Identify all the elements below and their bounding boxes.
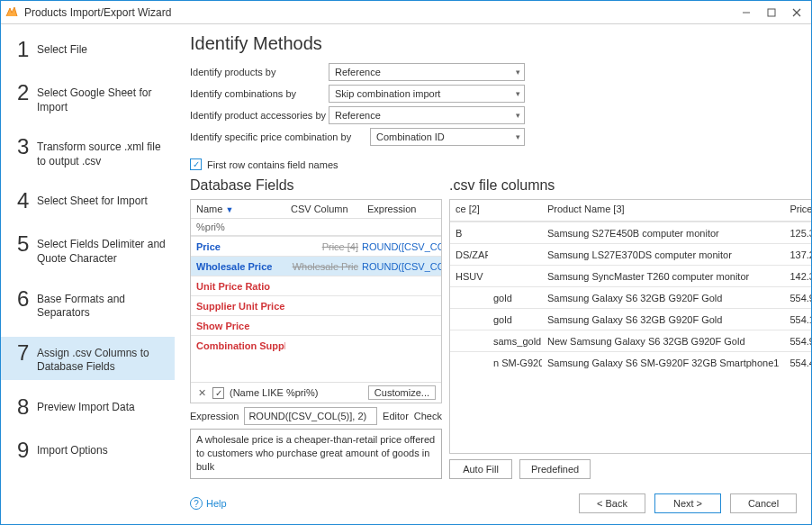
csv-cell: DS/ZAR bbox=[450, 246, 488, 264]
identify-price-combo-value: Combination ID bbox=[376, 131, 445, 142]
checkbox-checked-icon: ✓ bbox=[190, 158, 202, 170]
csv-col-price[interactable]: Price [4] bbox=[784, 200, 812, 221]
db-field-expr: ROUND([CSV_COL(4)]) bbox=[362, 241, 441, 252]
wizard-step-1[interactable]: 1Select File bbox=[1, 33, 175, 66]
predefined-button[interactable]: Predefined bbox=[519, 459, 591, 479]
csv-cell-product-name: Samsung Galaxy S6 SM-G920F 32GB Smartpho… bbox=[542, 354, 784, 372]
step-label: Select Google Sheet for Import bbox=[37, 82, 166, 114]
db-field-row[interactable]: PricePrice [4]ROUND([CSV_COL(4)]) bbox=[191, 236, 441, 256]
db-field-csvcol: Price [4] bbox=[285, 241, 362, 252]
step-label: Select Fields Delimiter and Quote Charac… bbox=[37, 233, 166, 266]
maximize-button[interactable] bbox=[761, 5, 782, 21]
wizard-steps-sidebar: 1Select File2Select Google Sheet for Imp… bbox=[1, 24, 176, 486]
titlebar: Products Import/Export Wizard bbox=[1, 1, 811, 24]
csv-data-row[interactable]: goldSamsung Galaxy S6 32GB G920F Gold554… bbox=[450, 286, 812, 308]
csv-cell bbox=[450, 359, 488, 367]
identify-price-combo-combo[interactable]: Combination ID ▾ bbox=[370, 128, 525, 146]
wizard-step-3[interactable]: 3Transform source .xml file to output .c… bbox=[1, 131, 175, 174]
back-button[interactable]: < Back bbox=[579, 493, 645, 513]
chevron-down-icon: ▾ bbox=[516, 68, 520, 77]
csv-col-1[interactable] bbox=[488, 200, 542, 221]
close-button[interactable] bbox=[786, 5, 807, 21]
expression-editor-link[interactable]: Editor bbox=[383, 411, 409, 421]
db-grid-filter-input[interactable]: %pri% bbox=[191, 219, 441, 236]
csv-data-row[interactable]: sams_goldNew Samsung Galaxy S6 32GB G920… bbox=[450, 330, 812, 351]
expression-row: Expression ROUND([CSV_COL(5)], 2) Editor… bbox=[190, 407, 442, 425]
wizard-step-4[interactable]: 4Select Sheet for Import bbox=[1, 185, 175, 217]
step-number: 6 bbox=[17, 288, 37, 310]
identify-combinations-label: Identify combinations by bbox=[190, 88, 329, 99]
csv-cell: B bbox=[450, 224, 488, 242]
csv-cell bbox=[450, 338, 488, 345]
db-field-row[interactable]: Show Price bbox=[191, 315, 441, 335]
clear-filter-icon[interactable]: ✕ bbox=[196, 387, 207, 399]
wizard-step-2[interactable]: 2Select Google Sheet for Import bbox=[1, 77, 175, 120]
auto-fill-button[interactable]: Auto Fill bbox=[449, 459, 512, 479]
main-panel: Identify Methods Identify products by Re… bbox=[176, 24, 811, 486]
csv-cell-product-name: Samsung LS27E370DS computer monitor bbox=[542, 246, 784, 264]
database-fields-pane: Database Fields Name ▼ CSV Column Expres… bbox=[190, 177, 442, 479]
csv-data-row[interactable]: goldSamsung Galaxy S6 32GB G920F Gold554… bbox=[450, 308, 812, 330]
db-field-row[interactable]: Supplier Unit Price (Tax bbox=[191, 295, 441, 315]
identify-accessories-value: Reference bbox=[335, 110, 381, 121]
chevron-down-icon: ▾ bbox=[516, 132, 520, 141]
first-row-checkbox-label: First row contains field names bbox=[207, 159, 338, 170]
db-field-name: Price bbox=[191, 241, 285, 252]
step-number: 4 bbox=[17, 190, 37, 212]
wizard-step-6[interactable]: 6Base Formats and Separators bbox=[1, 283, 175, 326]
db-field-name: Combination Supplier bbox=[191, 340, 285, 351]
csv-data-row[interactable]: HSUVSamsung SyncMaster T260 computer mon… bbox=[450, 265, 812, 286]
db-field-csvcol: Wholesale Pric bbox=[285, 261, 362, 272]
db-grid-filterbar: ✕ ✓ (Name LIKE %pri%) Customize... bbox=[191, 382, 441, 403]
customize-filter-button[interactable]: Customize... bbox=[368, 385, 436, 400]
db-col-expr[interactable]: Expression bbox=[362, 200, 441, 218]
field-description-box: A wholesale price is a cheaper-than-reta… bbox=[190, 429, 442, 479]
csv-cell bbox=[488, 273, 542, 280]
expression-input[interactable]: ROUND([CSV_COL(5)], 2) bbox=[244, 407, 377, 425]
first-row-checkbox-row[interactable]: ✓ First row contains field names bbox=[190, 158, 797, 170]
csv-col-0[interactable]: ce [2] bbox=[450, 200, 488, 221]
csv-cell-price: 554.99 bbox=[784, 289, 812, 307]
cancel-button[interactable]: Cancel bbox=[730, 493, 797, 513]
identify-accessories-combo[interactable]: Reference ▾ bbox=[329, 106, 525, 124]
csv-cell-price: 125.33 bbox=[784, 224, 812, 242]
csv-columns-heading: .csv file columns bbox=[449, 177, 812, 194]
wizard-step-9[interactable]: 9Import Options bbox=[1, 434, 175, 466]
identify-price-combo-row: Identify specific price combination by C… bbox=[190, 128, 797, 146]
db-field-row[interactable]: Unit Price Ratio bbox=[191, 276, 441, 295]
step-number: 7 bbox=[17, 342, 37, 364]
minimize-button[interactable] bbox=[735, 5, 757, 21]
database-fields-heading: Database Fields bbox=[190, 177, 442, 194]
filter-enabled-checkbox[interactable]: ✓ bbox=[212, 387, 224, 399]
identify-products-combo[interactable]: Reference ▾ bbox=[329, 63, 525, 81]
db-grid-body: PricePrice [4]ROUND([CSV_COL(4)])Wholesa… bbox=[191, 236, 441, 382]
csv-cell-product-name: Samsung Galaxy S6 32GB G920F Gold bbox=[542, 311, 784, 329]
wizard-step-8[interactable]: 8Preview Import Data bbox=[1, 391, 175, 423]
csv-col-product-name[interactable]: Product Name [3] bbox=[542, 200, 784, 221]
identify-combinations-combo[interactable]: Skip combination import ▾ bbox=[329, 85, 525, 103]
csv-data-row[interactable]: BSamsung S27E450B computer monitor125.33… bbox=[450, 222, 812, 243]
db-field-row[interactable]: Wholesale PriceWholesale PricROUND([CSV_… bbox=[191, 256, 441, 276]
database-fields-grid[interactable]: Name ▼ CSV Column Expression %pri% Price… bbox=[190, 199, 442, 403]
step-label: Select Sheet for Import bbox=[37, 190, 166, 209]
step-number: 9 bbox=[17, 439, 37, 461]
help-link[interactable]: ? Help bbox=[190, 497, 227, 510]
next-button[interactable]: Next > bbox=[654, 493, 721, 513]
csv-preview-grid[interactable]: ce [2] Product Name [3] Price [4] Wholes… bbox=[449, 199, 812, 454]
window-title: Products Import/Export Wizard bbox=[24, 6, 732, 19]
expression-label: Expression bbox=[190, 411, 239, 421]
csv-cell: n SM-G920F bbox=[488, 354, 542, 372]
db-field-row[interactable]: Combination Supplier bbox=[191, 335, 441, 355]
csv-data-row[interactable]: DS/ZARSamsung LS27E370DS computer monito… bbox=[450, 243, 812, 265]
db-col-name[interactable]: Name ▼ bbox=[191, 200, 285, 218]
csv-data-row[interactable]: n SM-G920FSamsung Galaxy S6 SM-G920F 32G… bbox=[450, 351, 812, 373]
step-label: Select File bbox=[37, 39, 166, 58]
chevron-down-icon: ▾ bbox=[516, 89, 520, 98]
expression-check-link[interactable]: Check bbox=[414, 411, 442, 421]
csv-columns-pane: .csv file columns ce [2] Product Name [3… bbox=[449, 177, 812, 479]
wizard-bottom-bar: ? Help < Back Next > Cancel bbox=[1, 486, 811, 524]
db-col-csv[interactable]: CSV Column bbox=[285, 200, 362, 218]
wizard-step-5[interactable]: 5Select Fields Delimiter and Quote Chara… bbox=[1, 228, 175, 271]
csv-grid-body: BSamsung S27E450B computer monitor125.33… bbox=[450, 222, 812, 453]
wizard-step-7[interactable]: 7Assign .csv Columns to Database Fields bbox=[1, 337, 175, 380]
